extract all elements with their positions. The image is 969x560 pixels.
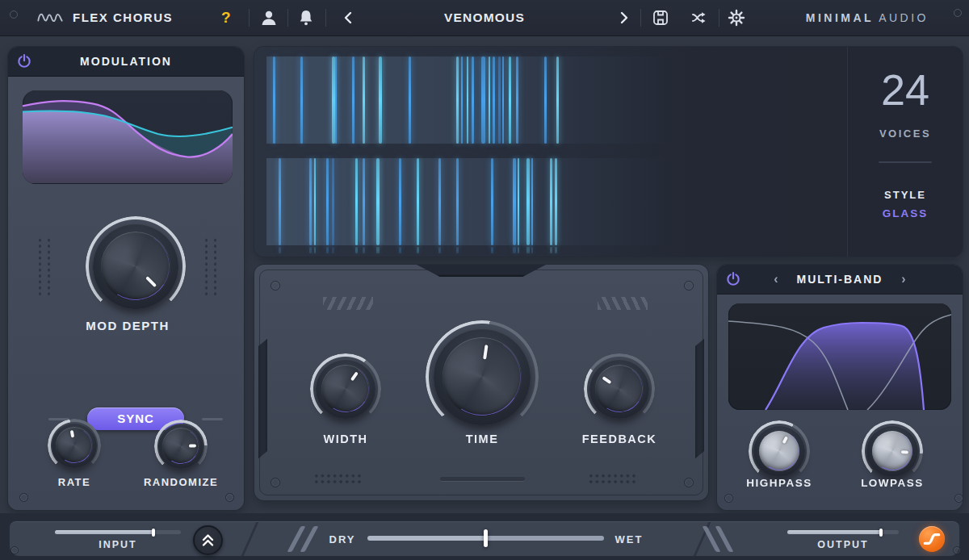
knob-pointer xyxy=(189,445,196,448)
filter-curve-display xyxy=(728,303,951,410)
brand-logo: MINIMALAUDIO xyxy=(806,0,929,36)
voices-info-column: 24 VOICES STYLE GLASS xyxy=(847,47,963,257)
modulation-panel: MODULATION MOD D xyxy=(8,47,244,510)
divider xyxy=(640,9,641,27)
mod-depth-label: MOD DEPTH xyxy=(86,319,170,332)
footer-bar: INPUT DRY WET OUTPUT xyxy=(10,521,959,556)
screw-icon xyxy=(271,478,280,487)
voice-lines-row-top xyxy=(266,56,845,144)
time-label: TIME xyxy=(466,433,499,445)
gear-icon[interactable] xyxy=(727,8,746,27)
screw-icon xyxy=(10,546,19,554)
dry-wet-handle[interactable] xyxy=(484,529,488,547)
screw-icon xyxy=(684,478,694,487)
knob-pointer xyxy=(782,436,789,444)
voices-label: VOICES xyxy=(848,127,963,140)
next-preset-icon[interactable] xyxy=(615,10,631,26)
mod-depth-knob[interactable] xyxy=(86,216,186,316)
saturation-button[interactable] xyxy=(919,526,945,552)
screw-icon xyxy=(953,546,961,554)
screw-icon xyxy=(19,493,28,502)
brand-light: AUDIO xyxy=(879,11,929,24)
panel-notch-deco xyxy=(417,265,546,277)
multiband-panel: MULTI-BAND ‹ › xyxy=(717,265,963,510)
screw-icon xyxy=(724,494,733,503)
top-bar: FLEX CHORUS ? VENOMOUS xyxy=(0,0,969,36)
saturation-curve-icon xyxy=(919,526,945,552)
highpass-label: HIGHPASS xyxy=(746,477,812,489)
brand-bold: MINIMAL xyxy=(806,11,874,24)
screw-icon xyxy=(271,281,280,290)
modulation-header: MODULATION xyxy=(8,47,244,77)
side-slot-deco xyxy=(258,339,267,458)
feedback-label: FEEDBACK xyxy=(582,433,657,445)
knob-pointer xyxy=(145,276,157,287)
input-slider-fill xyxy=(55,530,153,534)
dot-grid-deco xyxy=(34,236,52,295)
screw-icon xyxy=(684,281,694,290)
voice-lines-reflection xyxy=(266,247,845,253)
width-knob[interactable] xyxy=(310,353,381,424)
slot-deco xyxy=(440,477,525,481)
style-label: STYLE xyxy=(848,189,963,201)
chorus-controls-panel: WIDTH TIME FEEDBACK xyxy=(254,265,708,500)
flex-chorus-window: FLEX CHORUS ? VENOMOUS xyxy=(0,0,969,560)
voice-lines-row-bottom xyxy=(266,158,845,245)
shuffle-icon[interactable] xyxy=(690,8,709,27)
feedback-knob[interactable] xyxy=(584,353,655,424)
screw-icon xyxy=(954,9,962,17)
output-label: OUTPUT xyxy=(817,539,868,550)
divider xyxy=(879,161,932,163)
voices-visualizer-panel: 24 VOICES STYLE GLASS xyxy=(254,47,963,257)
seam-deco xyxy=(241,522,258,556)
input-slider-handle[interactable] xyxy=(152,529,155,537)
mod-wave-display xyxy=(23,90,233,184)
dry-label: DRY xyxy=(329,533,356,545)
dry-wet-slider[interactable] xyxy=(367,536,604,541)
knob-pointer xyxy=(901,450,909,453)
randomize-knob[interactable] xyxy=(154,420,208,473)
collapse-button[interactable] xyxy=(193,525,223,555)
input-slider[interactable] xyxy=(55,530,181,534)
output-slider-fill xyxy=(787,530,881,534)
voices-count[interactable]: 24 xyxy=(848,65,963,115)
rate-knob[interactable] xyxy=(48,419,101,472)
time-knob[interactable] xyxy=(426,320,539,433)
save-icon[interactable] xyxy=(651,8,670,27)
lowpass-knob[interactable] xyxy=(862,420,923,482)
input-label: INPUT xyxy=(99,539,137,550)
lowpass-label: LOWPASS xyxy=(861,477,924,489)
chevron-up-icon xyxy=(195,527,221,554)
screw-icon xyxy=(954,494,963,503)
highpass-knob[interactable] xyxy=(749,420,810,482)
width-label: WIDTH xyxy=(323,433,367,445)
knob-pointer xyxy=(602,376,611,383)
multiband-header: MULTI-BAND xyxy=(717,265,963,295)
screw-icon xyxy=(225,493,234,502)
output-slider-handle[interactable] xyxy=(879,529,883,537)
dot-grid-deco xyxy=(200,236,218,295)
randomize-label: RANDOMIZE xyxy=(144,476,218,488)
hatch-deco xyxy=(598,297,648,310)
divider xyxy=(719,9,719,27)
output-slider[interactable] xyxy=(787,530,899,534)
multiband-next-icon[interactable]: › xyxy=(891,265,916,294)
knob-pointer xyxy=(483,345,488,360)
side-slot-deco xyxy=(695,339,704,458)
wet-label: WET xyxy=(615,533,644,545)
dot-grid-deco xyxy=(588,473,638,486)
dot-grid-deco xyxy=(313,473,363,486)
power-icon[interactable] xyxy=(725,271,741,287)
rate-label: RATE xyxy=(58,476,90,488)
power-icon[interactable] xyxy=(16,53,32,69)
style-value[interactable]: GLASS xyxy=(848,207,963,219)
knob-pointer xyxy=(70,430,74,437)
knob-pointer xyxy=(350,372,358,381)
hatch-deco xyxy=(323,297,373,310)
multiband-prev-icon[interactable]: ‹ xyxy=(764,265,788,294)
